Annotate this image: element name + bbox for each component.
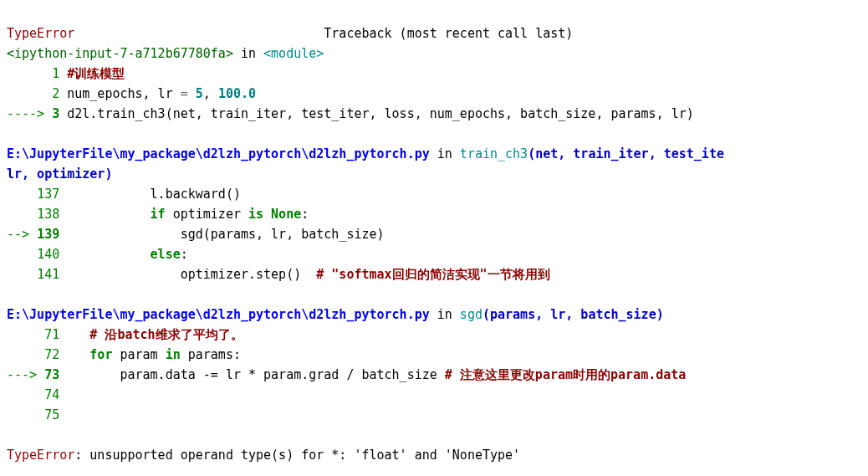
frame1-line-3-code: d2l.train_ch3(net, train_iter, test_iter… (67, 106, 694, 121)
frame2-line-138-mid3: : (301, 207, 309, 222)
frame2-line-139-no: 139 (37, 227, 59, 242)
frame3-line-73-comment: # 注意这里更改param时用的param.data (445, 367, 687, 382)
kw-if: if (151, 207, 166, 222)
frame3-line-72-mid2: params: (181, 347, 241, 362)
frame3-line-72-arrow (7, 347, 44, 362)
frame2-line-140-no: 140 (37, 247, 59, 262)
frame1-line-2-prefix (7, 86, 52, 101)
frame3-line-72-mid: param (112, 347, 165, 362)
frame2-line-141-no: 141 (37, 267, 59, 282)
frame2-in: in (430, 146, 460, 161)
kw-else: else (151, 247, 181, 262)
frame1-line-1-comment: #训练模型 (67, 66, 125, 81)
frame3-in: in (430, 307, 460, 322)
frame2-path: E:\JupyterFile\my_package\d2lzh_pytorch\… (7, 146, 430, 161)
frame3-line-71-indent (59, 327, 89, 342)
frame1-line-3-no: 3 (52, 106, 59, 121)
kw-in: in (166, 347, 181, 362)
frame3-line-72-no: 72 (44, 347, 59, 362)
frame2-sig-cont: lr, optimizer) (7, 166, 112, 182)
frame1-line-3-arrow: ----> (7, 106, 52, 121)
frame2-line-140-indent (59, 247, 150, 262)
bool-none: None (271, 207, 301, 222)
frame2-line-140-arrow (7, 247, 37, 262)
frame3-path: E:\JupyterFile\my_package\d2lzh_pytorch\… (7, 307, 430, 322)
frame2-line-137-arrow (7, 187, 37, 202)
kw-is: is (248, 207, 263, 222)
frame1-location: <ipython-input-7-a712b67780fa> (7, 46, 233, 61)
frame1-num1: 5 (196, 86, 203, 101)
spacer (74, 26, 324, 41)
frame2-line-137-indent (59, 187, 150, 202)
frame3-line-74-arrow (7, 387, 44, 402)
frame2-sig-open: (net, train_iter, test_ite (528, 146, 724, 161)
frame3-line-71-comment: # 沿batch维求了平均了。 (89, 327, 243, 342)
traceback-output: TypeError Traceback (most recent call la… (0, 0, 868, 468)
frame2-line-138-no: 138 (37, 207, 59, 222)
frame3-func: sgd (460, 307, 483, 322)
frame2-line-140-code: : (181, 247, 188, 262)
final-error-name: TypeError (7, 448, 74, 463)
frame1-in: in (233, 46, 263, 61)
frame2-line-138-indent (59, 207, 150, 222)
frame2-line-141-code: optimizer.step() (181, 267, 317, 282)
frame3-line-73-no: 73 (44, 367, 59, 382)
frame3-line-71-arrow (7, 327, 44, 342)
frame1-line-2-code: num_epochs, lr (67, 86, 180, 101)
frame2-line-141-arrow (7, 267, 37, 282)
frame2-func: train_ch3 (460, 146, 528, 161)
error-name: TypeError (7, 26, 74, 41)
frame2-line-137-no: 137 (37, 187, 59, 202)
frame2-line-138-mid: optimizer (166, 207, 248, 222)
frame2-line-139-indent (59, 227, 181, 242)
frame1-module: <module> (263, 46, 324, 61)
traceback-label: Traceback (most recent call last) (324, 26, 573, 41)
frame3-line-73-code: param.data -= lr * param.grad / batch_si… (120, 367, 444, 382)
assign-op: = (181, 86, 196, 101)
frame2-line-137-code: l.backward() (151, 187, 241, 202)
frame3-line-73-arrow: ---> (7, 367, 44, 382)
frame2-line-139-code: sgd(params, lr, batch_size) (181, 227, 385, 242)
frame3-line-72-indent (59, 347, 89, 362)
frame2-line-138-arrow (7, 207, 37, 222)
frame1-line-1-no: 1 (52, 66, 59, 81)
frame1-sep: , (203, 86, 218, 101)
frame3-line-75-no: 75 (44, 407, 59, 422)
frame2-line-141-indent (59, 267, 181, 282)
kw-for: for (89, 347, 112, 362)
frame2-line-139-arrow: --> (7, 227, 37, 242)
final-error-message: : unsupported operand type(s) for *: 'fl… (74, 448, 520, 463)
frame1-line-1-prefix (7, 66, 52, 81)
frame1-num2: 100.0 (218, 86, 256, 101)
frame3-line-75-arrow (7, 407, 44, 422)
frame3-line-71-no: 71 (44, 327, 59, 342)
frame3-line-73-indent (59, 367, 120, 382)
frame2-line-141-comment: # "softmax回归的简洁实现"一节将用到 (316, 267, 549, 282)
frame3-sig: (params, lr, batch_size) (483, 307, 664, 322)
frame1-line-2-no: 2 (52, 86, 59, 101)
frame3-line-74-no: 74 (44, 387, 59, 402)
frame2-line-138-mid2 (263, 207, 271, 222)
